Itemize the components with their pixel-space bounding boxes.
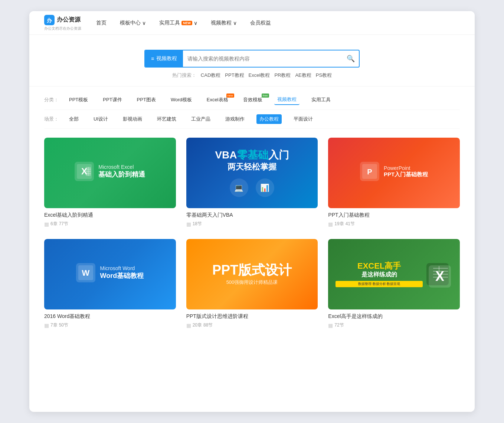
hot-tag-cad[interactable]: CAD教程 — [201, 72, 220, 79]
filter-audio-template[interactable]: 音效模板 free — [240, 95, 265, 105]
main-nav: 首页 模板中心 ∨ 实用工具 NEW ∨ 视频教程 ∨ 会员权益 — [96, 20, 460, 26]
course-info-3: PPT入门基础教程 ▦ 19章 41节 — [328, 208, 460, 229]
page-container: 办 办公资源 办公文档尽在办公资源 首页 模板中心 ∨ 实用工具 NEW ∨ 视… — [29, 11, 475, 412]
course-app-name-4: Microsoft Word — [100, 265, 144, 271]
course-card-6[interactable]: EXCEL高手 是这样练成的 数据整理·数据分析·数据呈现 X — [328, 239, 460, 330]
course-info-2: 零基础两天入门VBA ▦ 18节 — [186, 208, 318, 229]
chapters-icon-3: ▦ — [328, 221, 333, 227]
hot-tag-excel[interactable]: Excel教程 — [249, 72, 270, 79]
course-card-1[interactable]: X Microsoft Excel 基础入阶到精通 — [44, 138, 176, 229]
search-bar: ≡ 视频教程 🔍 — [144, 50, 360, 68]
filter-excel-table[interactable]: Excel表格 new — [204, 95, 231, 105]
filter-tools[interactable]: 实用工具 — [308, 95, 334, 105]
filter-ppt-courseware[interactable]: PPT课件 — [100, 95, 125, 105]
chevron-down-icon: ∨ — [233, 20, 237, 26]
scene-office[interactable]: 办公教程 — [256, 114, 282, 124]
excel-master-title: EXCEL高手 — [336, 261, 423, 271]
vba-title1: VBA零基础入门 — [215, 149, 289, 161]
new-tag-badge: new — [226, 94, 234, 98]
course-thumb-3: P PowerPoint PPT入门基础教程 — [328, 138, 460, 208]
nav-membership[interactable]: 会员权益 — [250, 20, 271, 26]
svg-text:P: P — [367, 168, 372, 176]
hot-search-bar: 热门搜索： CAD教程 PPT教程 Excel教程 PR教程 AE教程 PS教程 — [172, 72, 332, 79]
scene-tags: 全部 UI设计 影视动画 环艺建筑 工业产品 游戏制作 办公教程 — [66, 114, 316, 124]
hot-label: 热门搜索： — [172, 72, 196, 79]
hot-tag-ppt[interactable]: PPT教程 — [225, 72, 244, 79]
word-app-icon: W — [76, 263, 95, 282]
course-meta-1: ▦ 6章 77节 — [44, 221, 176, 227]
hot-tag-ps[interactable]: PS教程 — [316, 72, 332, 79]
chapters-icon: ▦ — [44, 221, 49, 227]
chevron-down-icon: ∨ — [142, 20, 146, 26]
header: 办 办公资源 办公文档尽在办公资源 首页 模板中心 ∨ 实用工具 NEW ∨ 视… — [29, 11, 475, 35]
course-thumb-5: PPT版式设计 500强御用设计师精品课 — [186, 239, 318, 309]
chapters-icon-2: ▦ — [186, 221, 191, 227]
free-tag-badge: free — [262, 94, 269, 98]
excel-app-icon: X — [75, 162, 94, 181]
logo-sub: 办公文档尽在办公资源 — [44, 26, 81, 31]
course-tagline-1: 基础入阶到精通 — [98, 170, 145, 179]
course-info-6: Excel高手是这样练成的 ▦ 72节 — [328, 309, 460, 330]
chevron-down-icon: ∨ — [194, 20, 197, 26]
scene-graphic[interactable]: 平面设计 — [291, 114, 316, 124]
scene-ui[interactable]: UI设计 — [91, 114, 111, 124]
hot-tag-ae[interactable]: AE教程 — [295, 72, 311, 79]
course-tagline-4: Word基础教程 — [100, 271, 144, 280]
ppt-app-icon: P — [360, 162, 379, 181]
category-tags: PPT模板 PPT课件 PPT图表 Word模板 Excel表格 new 音效模… — [66, 95, 334, 105]
nav-tools[interactable]: 实用工具 NEW ∨ — [159, 20, 197, 26]
scene-gaming[interactable]: 游戏制作 — [222, 114, 248, 124]
course-meta-2: ▦ 18节 — [186, 221, 318, 227]
filter-ppt-chart[interactable]: PPT图表 — [134, 95, 159, 105]
course-app-name-3: PowerPoint — [384, 165, 428, 171]
new-badge: NEW — [181, 21, 192, 25]
scene-architecture[interactable]: 环艺建筑 — [154, 114, 179, 124]
course-thumb-2: VBA零基础入门 两天轻松掌握 💻 📊 — [186, 138, 318, 208]
search-input[interactable] — [183, 50, 343, 67]
scene-industrial[interactable]: 工业产品 — [188, 114, 213, 124]
filter-video-tutorial[interactable]: 视频教程 — [274, 95, 300, 105]
nav-templates[interactable]: 模板中心 ∨ — [120, 20, 146, 26]
vba-title2: 两天轻松掌握 — [228, 161, 276, 173]
course-title-5: PPT版式设计思维进阶课程 — [186, 313, 318, 320]
content-area: X Microsoft Excel 基础入阶到精通 — [29, 129, 475, 339]
logo[interactable]: 办 办公资源 — [44, 15, 81, 25]
search-category-selector[interactable]: ≡ 视频教程 — [145, 50, 183, 67]
logo-area: 办 办公资源 办公文档尽在办公资源 — [44, 15, 81, 31]
course-grid: X Microsoft Excel 基础入阶到精通 — [44, 138, 460, 330]
svg-text:W: W — [82, 268, 90, 278]
scene-all[interactable]: 全部 — [66, 114, 82, 124]
menu-icon: ≡ — [151, 56, 154, 62]
logo-text: 办公资源 — [57, 16, 81, 24]
course-title-6: Excel高手是这样练成的 — [328, 313, 460, 320]
course-card-3[interactable]: P PowerPoint PPT入门基础教程 PPT入门基础教程 — [328, 138, 460, 229]
chapters-icon-5: ▦ — [186, 322, 191, 328]
course-title-4: 2016 Word基础教程 — [44, 313, 176, 320]
course-card-5[interactable]: PPT版式设计 500强御用设计师精品课 PPT版式设计思维进阶课程 ▦ 20章… — [186, 239, 318, 330]
search-button[interactable]: 🔍 — [343, 50, 359, 67]
course-meta-3: ▦ 19章 41节 — [328, 221, 460, 227]
nav-video-tutorials[interactable]: 视频教程 ∨ — [211, 20, 237, 26]
course-title-3: PPT入门基础教程 — [328, 212, 460, 219]
course-card-2[interactable]: VBA零基础入门 两天轻松掌握 💻 📊 — [186, 138, 318, 229]
ppt-design-title: PPT版式设计 — [212, 263, 292, 278]
hot-tag-pr[interactable]: PR教程 — [274, 72, 291, 79]
svg-text:X: X — [435, 269, 444, 284]
filter-ppt-template[interactable]: PPT模板 — [66, 95, 91, 105]
course-tagline-3: PPT入门基础教程 — [384, 171, 428, 178]
course-card-4[interactable]: W Microsoft Word Word基础教程 2016 Word基础教程 — [44, 239, 176, 330]
filter-word-template[interactable]: Word模板 — [168, 95, 195, 105]
course-title-2: 零基础两天入门VBA — [186, 212, 318, 219]
chapters-icon-4: ▦ — [44, 322, 49, 328]
scene-film[interactable]: 影视动画 — [120, 114, 145, 124]
filter-area: 分类： PPT模板 PPT课件 PPT图表 Word模板 Excel表格 new — [29, 86, 475, 129]
svg-text:办: 办 — [46, 17, 52, 23]
category-filter-label: 分类： — [44, 96, 59, 103]
course-meta-6: ▦ 72节 — [328, 322, 460, 328]
course-thumb-1: X Microsoft Excel 基础入阶到精通 — [44, 138, 176, 208]
course-app-name-1: Microsoft Excel — [98, 164, 145, 170]
course-info-4: 2016 Word基础教程 ▦ 7章 50节 — [44, 309, 176, 330]
search-icon: 🔍 — [347, 55, 355, 63]
nav-home[interactable]: 首页 — [96, 20, 107, 26]
search-area: ≡ 视频教程 🔍 热门搜索： CAD教程 PPT教程 Excel教程 PR教程 … — [29, 35, 475, 86]
